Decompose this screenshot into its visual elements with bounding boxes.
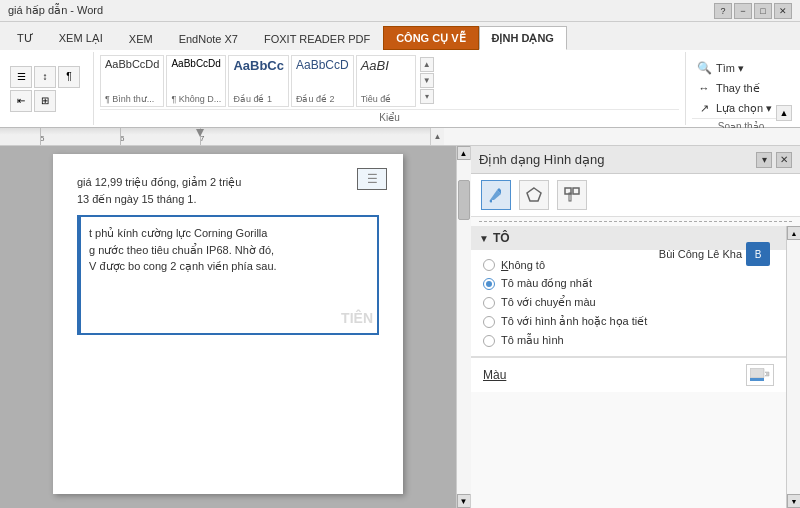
fp-section-arrow: ▼ (479, 233, 489, 244)
sort-btn[interactable]: ↕ (34, 66, 56, 88)
fp-scroll-down[interactable]: ▼ (787, 494, 800, 508)
user-avatar: B (746, 242, 770, 266)
paragraph-icon: ☰ (367, 170, 378, 188)
style-normal1[interactable]: AaBbCcDd ¶ Bình thư... (100, 55, 164, 107)
close-button[interactable]: ✕ (774, 3, 792, 19)
doc-text-2b: g nước theo tiêu chuẩn IP68. Nhờ đó, (89, 244, 274, 256)
style-heading2-label: Đầu đề 2 (296, 94, 335, 104)
tab-xemlai[interactable]: XEM LẠI (46, 26, 116, 50)
small-buttons-area: ☰ ↕ ¶ ⇤ ⊞ (10, 54, 87, 123)
fp-label-solid: Tô màu đồng nhất (501, 277, 592, 290)
format-icon-shape[interactable] (519, 180, 549, 210)
scroll-down-btn[interactable]: ▼ (420, 73, 434, 88)
style-grid: AaBbCcDd ¶ Bình thư... AaBbCcDd ¶ Không … (100, 55, 416, 107)
format-icon-layout[interactable] (557, 180, 587, 210)
ribbon-section-editing: 🔍 Tìm ▾ ↔ Thay thế ↗ Lựa chọn ▾ Soạn thả… (686, 52, 796, 125)
select-btn[interactable]: ↗ Lựa chọn ▾ (692, 98, 776, 118)
color-label: Màu (483, 368, 506, 382)
style-scroll: ▲ ▼ ▾ (420, 57, 434, 104)
tab-tu[interactable]: TƯ (4, 26, 46, 50)
format-icon-paint[interactable] (481, 180, 511, 210)
ribbon-content: ☰ ↕ ¶ ⇤ ⊞ AaBbCcDd ¶ Bình thư... AaBbCcD… (0, 50, 800, 128)
doc-border-box: t phủ kính cường lực Corning Gorilla g n… (77, 215, 379, 335)
replace-icon: ↔ (696, 80, 712, 96)
fp-scrollbar: ▲ ▼ (786, 226, 800, 508)
doc-text-2a: t phủ kính cường lực Corning Gorilla (89, 227, 267, 239)
fp-radio-picture[interactable] (483, 316, 495, 328)
tab-congcu[interactable]: CÔNG CỤ VẼ (383, 26, 478, 50)
style-title-sample: AaBI (361, 58, 389, 74)
collapse-btn[interactable]: ▲ (776, 105, 792, 121)
fp-radio-gradient[interactable] (483, 297, 495, 309)
style-normal2-label: ¶ Không D... (171, 94, 221, 104)
fp-scroll-up[interactable]: ▲ (787, 226, 800, 240)
styles-label: Kiểu (100, 109, 679, 123)
fp-radio-nofill[interactable] (483, 259, 495, 271)
fp-section-title: TÔ (493, 231, 510, 245)
tab-endnote[interactable]: EndNote X7 (166, 26, 251, 50)
small-buttons: ☰ ↕ ¶ ⇤ ⊞ (10, 66, 80, 112)
ruler-marker (196, 129, 204, 137)
style-normal2[interactable]: AaBbCcDd ¶ Không D... (166, 55, 226, 107)
ruler-area: 5 6 7 (0, 128, 430, 145)
svg-rect-2 (573, 188, 579, 194)
scroll-more-btn[interactable]: ▾ (420, 89, 434, 104)
tab-foxit[interactable]: FOXIT READER PDF (251, 26, 383, 50)
panel-close-btn[interactable]: ✕ (776, 152, 792, 168)
fp-label-picture: Tô với hình ảnh hoặc họa tiết (501, 315, 647, 328)
doc-text-2c: V được bo cong 2 cạnh viền phía sau. (89, 260, 277, 272)
small-btn-row2: ⇤ ⊞ (10, 90, 80, 112)
find-icon: 🔍 (696, 60, 712, 76)
doc-text-1b: 13 đến ngày 15 tháng 1. (77, 193, 197, 205)
scroll-up-btn[interactable]: ▲ (420, 57, 434, 72)
find-btn[interactable]: 🔍 Tìm ▾ (692, 58, 748, 78)
svg-marker-0 (527, 188, 541, 201)
style-heading2[interactable]: AaBbCcD Đầu đề 2 (291, 55, 354, 107)
style-title-label: Tiêu đề (361, 94, 392, 104)
style-normal1-sample: AaBbCcDd (105, 58, 159, 71)
small-btn-row1: ☰ ↕ ¶ (10, 66, 80, 88)
grid-btn[interactable]: ⊞ (34, 90, 56, 112)
fp-radio-solid[interactable] (483, 278, 495, 290)
indent-btn[interactable]: ⇤ (10, 90, 32, 112)
doc-text-1: giá 12,99 triệu đồng, giảm 2 triệu 13 đế… (77, 174, 379, 207)
title-text: giá hấp dẫn - Word (8, 4, 714, 17)
style-normal1-label: ¶ Bình thư... (105, 94, 154, 104)
document-area: ☰ giá 12,99 triệu đồng, giảm 2 triệu 13 … (0, 146, 456, 508)
ruler: 5 6 7 ▲ (0, 128, 800, 146)
fp-label-gradient: Tô với chuyển màu (501, 296, 596, 309)
fp-radio-pattern[interactable] (483, 335, 495, 347)
format-panel-title: Định dạng Hình dạng (479, 152, 605, 167)
paint-icon (487, 186, 505, 204)
tab-xem[interactable]: XEM (116, 26, 166, 50)
fp-label-pattern: Tô mẫu hình (501, 334, 564, 347)
doc-scrollbar: ▲ ▼ (456, 146, 470, 508)
style-heading1-label: Đầu đề 1 (233, 94, 272, 104)
select-label: Lựa chọn ▾ (716, 102, 772, 115)
ribbon-tabs: TƯ XEM LẠI XEM EndNote X7 FOXIT READER P… (0, 22, 800, 50)
scroll-thumb[interactable] (458, 180, 470, 220)
doc-page: ☰ giá 12,99 triệu đồng, giảm 2 triệu 13 … (53, 154, 403, 494)
list-btn[interactable]: ☰ (10, 66, 32, 88)
find-label: Tìm ▾ (716, 62, 744, 75)
replace-btn[interactable]: ↔ Thay thế (692, 78, 764, 98)
ruler-scroll-area: ▲ (430, 128, 444, 145)
tab-dinhdang[interactable]: ĐỊNH DẠNG (479, 26, 567, 50)
doc-text-2: t phủ kính cường lực Corning Gorilla g n… (89, 225, 369, 275)
fp-scroll-track (787, 240, 800, 494)
ribbon-section-styles: AaBbCcDd ¶ Bình thư... AaBbCcDd ¶ Không … (94, 52, 686, 125)
shape-icon (525, 186, 543, 204)
scroll-down-btn[interactable]: ▼ (457, 494, 471, 508)
scroll-up-btn[interactable]: ▲ (457, 146, 471, 160)
user-name: Bùi Công Lê Kha (659, 248, 742, 260)
style-heading1[interactable]: AaBbCc Đầu đề 1 (228, 55, 289, 107)
styles-content: AaBbCcDd ¶ Bình thư... AaBbCcDd ¶ Không … (100, 54, 679, 107)
pilcrow-btn[interactable]: ¶ (58, 66, 80, 88)
replace-label: Thay thế (716, 82, 760, 95)
style-title[interactable]: AaBI Tiêu đề (356, 55, 416, 107)
style-normal2-sample: AaBbCcDd (171, 58, 220, 70)
select-icon: ↗ (696, 100, 712, 116)
fp-label-nofill: Không tô (501, 259, 545, 271)
ribbon-section-left: ☰ ↕ ¶ ⇤ ⊞ (4, 52, 94, 125)
style-heading2-sample: AaBbCcD (296, 58, 349, 72)
